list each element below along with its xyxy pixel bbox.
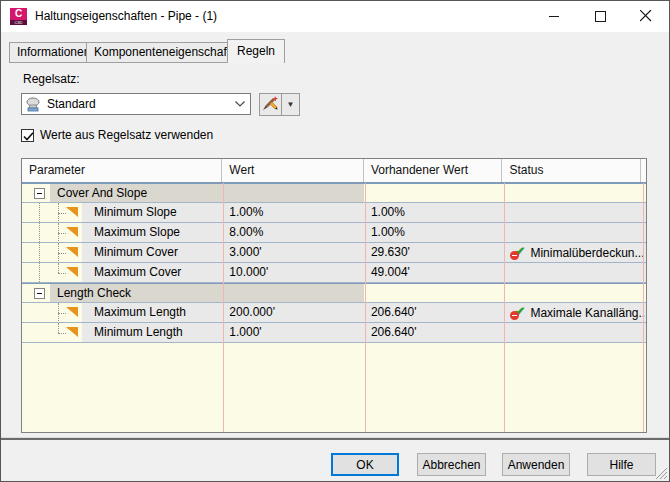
status-cell — [502, 323, 646, 342]
rule-flag-icon — [66, 267, 78, 277]
table-header-row: Parameter Wert Vorhandener Wert Status — [22, 159, 646, 183]
column-header-filler — [641, 159, 646, 182]
status-cell: ✔Minimalüberdeckun... — [502, 243, 646, 262]
stamp-icon — [26, 97, 42, 112]
civil3d-app-icon: C C3D — [10, 8, 27, 25]
wert-cell[interactable]: 1.000' — [222, 323, 364, 342]
wert-cell[interactable]: 200.000' — [222, 303, 364, 322]
vorhandener-wert-cell: 206.640' — [364, 303, 503, 322]
footer-divider — [1, 437, 670, 440]
minimize-icon — [549, 11, 560, 22]
edit-ruleset-splitbutton: ▼ — [259, 93, 300, 116]
vorhandener-wert-cell: 206.640' — [364, 323, 503, 342]
rule-row[interactable]: Maximum Cover10.000'49.004' — [22, 263, 646, 283]
wert-cell[interactable]: 10.000' — [222, 263, 364, 282]
parameter-cell: Minimum Cover — [22, 243, 222, 262]
use-ruleset-row: Werte aus Regelsatz verwenden — [21, 128, 213, 142]
rule-row[interactable]: Minimum Length1.000'206.640' — [22, 323, 646, 343]
wert-cell[interactable]: 1.00% — [222, 203, 364, 222]
cancel-button[interactable]: Abbrechen — [417, 453, 486, 476]
rule-violation-icon: ✔ — [511, 245, 527, 260]
vorhandener-wert-cell: 1.00% — [364, 223, 503, 242]
app-icon-letter: C — [10, 8, 27, 20]
maximize-icon — [595, 11, 606, 22]
status-cell — [502, 203, 646, 222]
dropdown-arrow-icon: ▼ — [287, 100, 295, 109]
column-header-wert[interactable]: Wert — [222, 159, 364, 182]
close-button[interactable] — [623, 1, 669, 31]
parameter-cell: Maximum Cover — [22, 263, 222, 282]
use-ruleset-checkbox[interactable] — [21, 129, 34, 142]
status-text: Minimalüberdeckun... — [530, 244, 644, 262]
parameter-name: Minimum Slope — [94, 203, 177, 222]
rule-row[interactable]: Maximum Slope8.00%1.00% — [22, 223, 646, 243]
collapse-expander-icon[interactable] — [34, 188, 45, 199]
group-label: Length Check — [57, 284, 131, 302]
rule-flag-icon — [66, 327, 78, 337]
vorhandener-wert-cell: 1.00% — [364, 203, 503, 222]
group-parameter-cell: Cover And Slope — [22, 184, 222, 202]
rule-flag-icon — [66, 247, 78, 257]
column-header-status[interactable]: Status — [502, 159, 641, 182]
parameter-name: Minimum Length — [94, 323, 183, 342]
table-rows: Cover And SlopeMinimum Slope1.00%1.00%Ma… — [22, 183, 646, 343]
parameter-name: Maximum Length — [94, 303, 186, 322]
parameter-name: Maximum Slope — [94, 223, 180, 242]
parameter-cell: Maximum Length — [22, 303, 222, 322]
ruleset-label: Regelsatz: — [23, 72, 80, 86]
ruleset-selected-value: Standard — [47, 97, 230, 111]
parameter-cell: Maximum Slope — [22, 223, 222, 242]
tab-informationen[interactable]: Informationen — [9, 42, 98, 63]
title-bar[interactable]: C C3D Haltungseigenschaften - Pipe - (1) — [1, 1, 669, 32]
rule-row[interactable]: Minimum Slope1.00%1.00% — [22, 203, 646, 223]
status-cell: ✔Maximale Kanalläng... — [502, 303, 646, 322]
resize-grip[interactable] — [654, 466, 668, 480]
edit-brush-icon — [262, 95, 279, 114]
group-label: Cover And Slope — [57, 184, 147, 202]
group-row[interactable]: Length Check — [22, 283, 646, 303]
rule-violation-icon: ✔ — [511, 305, 527, 320]
window-title: Haltungseigenschaften - Pipe - (1) — [35, 9, 217, 23]
close-icon — [640, 10, 652, 22]
rule-flag-icon — [66, 307, 78, 317]
help-button[interactable]: Hilfe — [587, 453, 656, 476]
parameter-name: Minimum Cover — [94, 243, 178, 262]
rule-flag-icon — [66, 227, 78, 237]
group-row[interactable]: Cover And Slope — [22, 183, 646, 203]
wert-cell[interactable]: 3.000' — [222, 243, 364, 262]
app-icon-sub: C3D — [10, 20, 27, 25]
rule-row[interactable]: Maximum Length200.000'206.640'✔Maximale … — [22, 303, 646, 323]
edit-ruleset-button[interactable] — [259, 93, 282, 116]
column-header-parameter[interactable]: Parameter — [22, 159, 222, 182]
ok-button[interactable]: OK — [331, 453, 399, 476]
use-ruleset-label: Werte aus Regelsatz verwenden — [40, 128, 213, 142]
status-cell — [502, 263, 646, 282]
chevron-down-icon[interactable] — [230, 94, 250, 114]
vorhandener-wert-cell: 29.630' — [364, 243, 503, 262]
pipe-properties-dialog: C C3D Haltungseigenschaften - Pipe - (1)… — [0, 0, 670, 482]
rule-row[interactable]: Minimum Cover3.000'29.630'✔Minimalüberde… — [22, 243, 646, 263]
check-icon — [23, 132, 34, 141]
parameter-cell: Minimum Length — [22, 323, 222, 342]
parameter-name: Maximum Cover — [94, 263, 181, 282]
minimize-button[interactable] — [531, 1, 577, 31]
edit-ruleset-dropdown-button[interactable]: ▼ — [281, 93, 300, 116]
ruleset-combobox[interactable]: Standard — [21, 93, 251, 115]
tab-regeln[interactable]: Regeln — [227, 39, 285, 63]
status-cell — [502, 223, 646, 242]
maximize-button[interactable] — [577, 1, 623, 31]
rules-table: Parameter Wert Vorhandener Wert Status C… — [21, 158, 647, 433]
wert-cell[interactable]: 8.00% — [222, 223, 364, 242]
column-header-vorhandener-wert[interactable]: Vorhandener Wert — [364, 159, 503, 182]
group-parameter-cell: Length Check — [22, 284, 222, 302]
collapse-expander-icon[interactable] — [34, 288, 45, 299]
apply-button[interactable]: Anwenden — [502, 453, 570, 476]
rule-flag-icon — [66, 207, 78, 217]
parameter-cell: Minimum Slope — [22, 203, 222, 222]
vorhandener-wert-cell: 49.004' — [364, 263, 503, 282]
status-text: Maximale Kanalläng... — [530, 304, 646, 322]
